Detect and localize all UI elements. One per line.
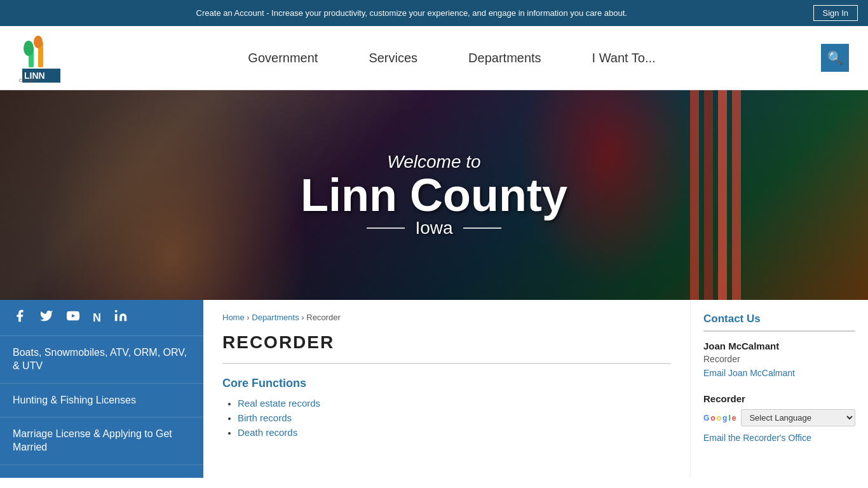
- language-selector-row: Google Select Language Spanish French Ge…: [703, 409, 855, 426]
- hero-decorative-bars: [690, 90, 741, 300]
- youtube-icon[interactable]: [66, 309, 80, 327]
- hero-subtitle: Iowa: [301, 218, 567, 238]
- main-wrapper: N Boats, Snowmobiles, ATV, ORM, ORV, & U…: [0, 300, 868, 478]
- bar-3: [718, 90, 727, 300]
- sidebar-item-marriage[interactable]: Marriage License & Applying to Get Marri…: [0, 417, 203, 465]
- top-bar: Create an Account - Increase your produc…: [0, 0, 868, 26]
- breadcrumb: Home › Departments › Recorder: [222, 313, 671, 322]
- right-sidebar: Contact Us Joan McCalmant Recorder Email…: [690, 300, 868, 478]
- site-header: LINN COUNTY —IOWA— Government Services D…: [0, 26, 868, 90]
- svg-point-4: [34, 36, 43, 48]
- twitter-icon[interactable]: [39, 309, 53, 327]
- breadcrumb-current: Recorder: [306, 313, 340, 322]
- language-select[interactable]: Select Language Spanish French German Ch…: [741, 409, 855, 426]
- nav-departments[interactable]: Departments: [468, 46, 541, 71]
- list-item-real-estate: Real estate records: [238, 398, 671, 409]
- contact-name: Joan McCalmant: [703, 341, 855, 351]
- core-functions-heading: Core Functions: [222, 377, 671, 390]
- hero-section: Welcome to Linn County Iowa: [0, 90, 868, 300]
- hero-title: Linn County: [301, 172, 567, 218]
- main-nav: Government Services Departments I Want T…: [83, 46, 821, 71]
- nav-government[interactable]: Government: [248, 46, 318, 71]
- page-title: RECORDER: [222, 332, 671, 364]
- top-bar-message: Create an Account - Increase your produc…: [10, 8, 813, 18]
- nextdoor-icon[interactable]: N: [93, 311, 101, 325]
- sidebar-item-boats[interactable]: Boats, Snowmobiles, ATV, ORM, ORV, & UTV: [0, 336, 203, 384]
- list-item-birth: Birth records: [238, 412, 671, 423]
- logo-area: LINN COUNTY —IOWA—: [19, 32, 83, 83]
- contact-email-link[interactable]: Email Joan McCalmant: [703, 368, 795, 378]
- google-translate-logo: Google: [703, 414, 736, 423]
- breadcrumb-home[interactable]: Home: [222, 313, 245, 322]
- death-records-link[interactable]: Death records: [238, 427, 297, 438]
- svg-point-9: [115, 310, 118, 313]
- left-sidebar: N Boats, Snowmobiles, ATV, ORM, ORV, & U…: [0, 300, 203, 478]
- site-logo: LINN COUNTY —IOWA—: [19, 32, 64, 83]
- linkedin-icon[interactable]: [114, 309, 128, 327]
- nav-services[interactable]: Services: [369, 46, 417, 71]
- bar-2: [704, 90, 713, 300]
- list-item-death: Death records: [238, 427, 671, 438]
- recorder-label: Recorder: [703, 393, 855, 404]
- sidebar-item-hunting[interactable]: Hunting & Fishing Licenses: [0, 384, 203, 418]
- facebook-icon[interactable]: [13, 309, 27, 327]
- nav-i-want-to[interactable]: I Want To...: [592, 46, 656, 71]
- sign-in-button[interactable]: Sign In: [813, 5, 858, 21]
- birth-records-link[interactable]: Birth records: [238, 412, 292, 423]
- recorder-section: Recorder Google Select Language Spanish …: [703, 393, 855, 443]
- main-content: Home › Departments › Recorder RECORDER C…: [203, 300, 690, 478]
- contact-role: Recorder: [703, 354, 855, 364]
- bar-4: [732, 90, 741, 300]
- core-functions-list: Real estate records Birth records Death …: [222, 398, 671, 438]
- svg-text:COUNTY: COUNTY: [19, 78, 38, 83]
- breadcrumb-departments[interactable]: Departments: [252, 313, 299, 322]
- hero-text: Welcome to Linn County Iowa: [301, 152, 567, 238]
- search-icon: 🔍: [827, 50, 843, 65]
- search-button[interactable]: 🔍: [821, 44, 849, 72]
- contact-us-heading: Contact Us: [703, 313, 855, 332]
- recorder-email-link[interactable]: Email the Recorder's Office: [703, 433, 811, 443]
- bar-1: [690, 90, 699, 300]
- svg-point-2: [24, 41, 34, 56]
- real-estate-link[interactable]: Real estate records: [238, 398, 320, 409]
- social-bar: N: [0, 300, 203, 336]
